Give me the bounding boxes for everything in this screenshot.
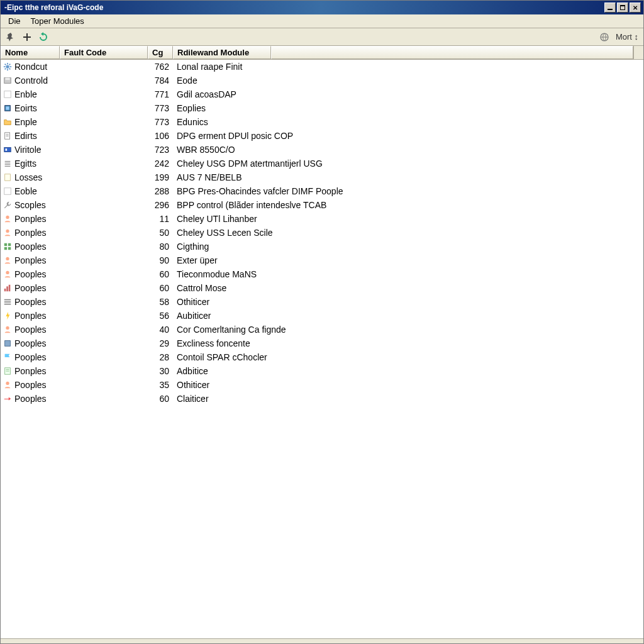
person-icon [2,380,13,389]
table-row[interactable]: Scoples296BPP control (Blãder intendeslv… [1,198,643,212]
cell-module: DPG erment DPUl posic COP [173,131,643,141]
cell-module: Eoplies [173,103,643,113]
table-row[interactable]: Edirts106DPG erment DPUl posic COP [1,129,643,143]
svg-rect-22 [4,289,6,291]
cell-cg: 771 [148,89,173,99]
svg-point-28 [6,382,9,385]
cell-module: Edunics [173,117,643,127]
cell-module: Lonal raape Finit [173,62,643,72]
cell-name: Pooples [13,338,60,348]
column-header-cg[interactable]: Cg [148,46,173,59]
table-row[interactable]: Enple773Edunics [1,115,643,129]
person-icon [2,270,13,279]
flag-icon [2,353,13,362]
pin-icon [6,32,16,42]
svg-rect-26 [5,341,11,347]
column-header-spacer [271,46,633,59]
cell-module: Cheley UTl Lihanber [173,214,643,224]
table-row[interactable]: Pooples40Cor Comerltaning Ca fignde [1,323,643,336]
cell-cg: 40 [148,325,173,335]
cell-module: Cheley USG DPM atertmantijerl USG [173,158,643,169]
table-row[interactable]: Controld784Eode [1,74,643,87]
tool-pin[interactable] [3,30,18,44]
cell-cg: 90 [148,255,173,265]
table-row[interactable]: Ponples56Aubiticer [1,309,643,323]
cell-module: Aubiticer [173,311,643,321]
cell-cg: 29 [148,338,173,348]
table-row[interactable]: Ponples50Cheley USS Lecen Scile [1,226,643,240]
column-header-name[interactable]: Nome [1,46,60,59]
table-body[interactable]: Rondcut762Lonal raape FinitControld784Eo… [1,60,643,638]
cell-module: Exter üper [173,255,643,265]
table-row[interactable]: Pooples60Claiticer [1,392,643,406]
table-row[interactable]: Eoble288BPG Pres-Ohacindes vafcler DIMF … [1,184,643,198]
cell-name: Losses [13,172,60,182]
toolbar-sort-label[interactable]: Mort ↕ [613,32,641,42]
person-icon [2,228,13,237]
cell-name: Pooples [13,325,60,335]
cell-name: Viritole [13,145,60,155]
cell-cg: 28 [148,352,173,362]
svg-rect-18 [4,247,7,250]
cell-module: Excliness foncente [173,338,643,348]
cell-module: AUS 7 NE/BELB [173,172,643,182]
table-row[interactable]: Enble771Gdil acoasDAP [1,87,643,101]
tool-globe[interactable] [597,30,612,44]
table-row[interactable]: Pooples80Cigthing [1,240,643,253]
svg-rect-6 [4,91,11,98]
cell-module: Contoil SPAR cChocler [173,352,643,362]
person-icon [2,214,13,223]
column-header-fault[interactable]: Fault Code [60,46,148,59]
cell-name: Pooples [13,242,60,252]
minimize-icon [608,9,613,10]
table-row[interactable]: Ponples11Cheley UTl Lihanber [1,212,643,226]
arrow-icon [2,394,13,403]
cell-cg: 773 [148,117,173,127]
cell-name: Pooples [13,352,60,362]
tool-refresh[interactable] [36,30,51,44]
cell-cg: 60 [148,269,173,279]
table-row[interactable]: Losses199AUS 7 NE/BELB [1,170,643,184]
cell-cg: 762 [148,62,173,72]
column-header-module[interactable]: Rdilewand Module [173,46,271,59]
cell-module: Cattrol Mose [173,283,643,293]
table-row[interactable]: Pooples29Excliness foncente [1,336,643,350]
table-row[interactable]: Egitts242Cheley USG DPM atertmantijerl U… [1,157,643,170]
table-row[interactable]: Viritole723WBR 8550C/O [1,143,643,157]
table-row[interactable]: Pooples58Othiticer [1,295,643,309]
table-row[interactable]: Pooples60Tieconmodue MaNS [1,267,643,281]
minimize-button[interactable] [604,3,616,13]
cell-name: Egitts [13,158,60,169]
cell-module: Cheley USS Lecen Scile [173,228,643,238]
table-row[interactable]: Pooples28Contoil SPAR cChocler [1,350,643,364]
maximize-button[interactable] [617,3,628,13]
table-row[interactable]: Pooples60Cattrol Mose [1,281,643,295]
scrollbar-stub [633,46,643,59]
table-row[interactable]: Ponples90Exter üper [1,253,643,267]
svg-rect-19 [8,247,11,250]
cell-cg: 288 [148,186,173,196]
maximize-icon [620,5,625,10]
table-row[interactable]: Pooples35Othiticer [1,378,643,392]
svg-point-15 [6,230,9,233]
cell-module: Adbitice [173,366,643,376]
bars-icon [2,284,13,292]
box-icon [2,339,13,348]
table-row[interactable]: Rondcut762Lonal raape Finit [1,60,643,74]
cell-name: Ponples [13,311,60,321]
table-row[interactable]: Eoirts773Eoplies [1,101,643,115]
title-bar[interactable]: -Eipc tthe reforal iVaG-code ✕ [1,1,643,14]
cell-cg: 60 [148,283,173,293]
toolbar-right: Mort ↕ [597,30,641,44]
cell-module: Tieconmodue MaNS [173,269,643,279]
menu-item-modules[interactable]: Toper Modules [26,15,89,27]
toolbar-left [3,30,51,44]
close-button[interactable]: ✕ [630,3,641,13]
cell-name: Pooples [13,380,60,390]
tool-add[interactable] [19,30,35,44]
table-row[interactable]: Ponples30Adbitice [1,364,643,378]
blank-icon [2,187,13,196]
cell-module: Cigthing [173,242,643,252]
cell-module: Claiticer [173,394,643,404]
menu-item-file[interactable]: Die [3,15,26,27]
